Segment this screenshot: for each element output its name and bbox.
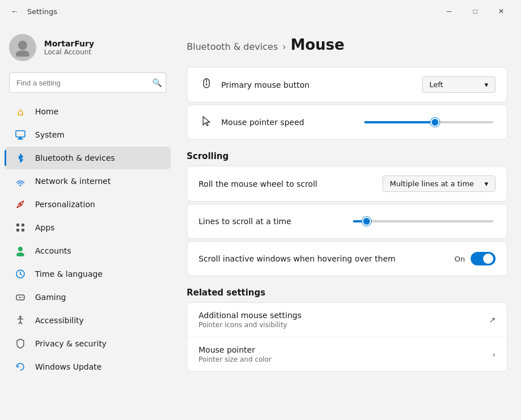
svg-rect-4 — [18, 139, 23, 140]
user-name: MortarFury — [44, 39, 94, 48]
app-container: MortarFury Local Account 🔍 ⌂ Home System — [0, 23, 521, 420]
privacy-icon — [14, 337, 27, 350]
bluetooth-icon — [14, 151, 27, 165]
external-link-icon: ↗ — [489, 315, 496, 324]
sidebar-item-label: Windows Update — [35, 362, 102, 371]
chevron-down-icon: ▾ — [484, 80, 488, 89]
svg-point-21 — [206, 84, 208, 85]
sidebar-item-label: Privacy & security — [35, 339, 106, 348]
apps-icon — [14, 221, 27, 234]
svg-point-11 — [18, 247, 23, 251]
network-icon — [14, 174, 27, 188]
maximize-button[interactable]: □ — [462, 2, 488, 20]
lines-to-scroll-row: Lines to scroll at a time — [187, 204, 507, 238]
pointer-icon — [199, 115, 214, 130]
sidebar-item-gaming[interactable]: Gaming — [5, 286, 171, 308]
lines-to-scroll-card: Lines to scroll at a time — [187, 204, 507, 239]
search-icon[interactable]: 🔍 — [152, 78, 162, 87]
svg-rect-10 — [21, 229, 24, 232]
additional-mouse-settings-subtitle: Pointer icons and visibility — [199, 321, 489, 329]
sidebar-item-personalization[interactable]: Personalization — [5, 193, 171, 216]
home-icon: ⌂ — [14, 105, 27, 118]
system-icon — [14, 128, 27, 142]
toggle-thumb — [483, 254, 493, 264]
toggle-state-label: On — [455, 255, 465, 263]
sidebar-item-bluetooth[interactable]: Bluetooth & devices — [5, 147, 171, 169]
back-button[interactable]: ← — [7, 3, 23, 19]
user-profile[interactable]: MortarFury Local Account — [0, 23, 175, 70]
primary-mouse-button-row: Primary mouse button Left ▾ — [187, 67, 507, 102]
sidebar-item-update[interactable]: Windows Update — [5, 355, 171, 378]
mouse-pointer-title: Mouse pointer — [199, 345, 492, 354]
svg-point-1 — [16, 50, 29, 57]
sidebar-item-label: Accounts — [35, 246, 71, 255]
sidebar-item-label: Personalization — [35, 200, 95, 209]
page-header: Bluetooth & devices › Mouse — [187, 36, 507, 53]
sidebar-item-network[interactable]: Network & internet — [5, 170, 171, 192]
lines-to-scroll-slider[interactable] — [353, 220, 494, 222]
mouse-pointer-text: Mouse pointer Pointer size and color — [199, 345, 492, 363]
breadcrumb[interactable]: Bluetooth & devices — [187, 41, 278, 52]
scroll-inactive-label: Scroll inactive windows when hovering ov… — [199, 254, 448, 263]
chevron-down-icon: ▾ — [484, 179, 488, 188]
scroll-inactive-toggle[interactable] — [471, 252, 496, 265]
accessibility-icon — [14, 314, 27, 327]
avatar — [9, 34, 36, 61]
svg-point-6 — [19, 203, 21, 205]
svg-point-17 — [22, 297, 23, 298]
window-controls: ─ □ ✕ — [436, 2, 514, 20]
related-settings-card: Additional mouse settings Pointer icons … — [187, 302, 507, 372]
sidebar-item-apps[interactable]: Apps — [5, 216, 171, 239]
mouse-pointer-subtitle: Pointer size and color — [199, 355, 492, 363]
pointer-speed-slider[interactable] — [364, 121, 494, 123]
related-settings-heading: Related settings — [187, 278, 507, 302]
app-title: Settings — [27, 7, 436, 16]
svg-rect-3 — [19, 138, 22, 139]
additional-mouse-settings-row[interactable]: Additional mouse settings Pointer icons … — [187, 303, 507, 337]
sidebar-item-label: Accessibility — [35, 316, 84, 325]
slider-thumb[interactable] — [430, 118, 440, 127]
chevron-right-icon: › — [492, 350, 496, 359]
sidebar: MortarFury Local Account 🔍 ⌂ Home System — [0, 23, 175, 420]
breadcrumb-separator: › — [282, 41, 286, 52]
sidebar-item-accounts[interactable]: Accounts — [5, 239, 171, 262]
svg-point-18 — [19, 316, 21, 318]
titlebar: ← Settings ─ □ ✕ — [0, 0, 521, 23]
sidebar-item-time[interactable]: Time & language — [5, 263, 171, 285]
sidebar-item-accessibility[interactable]: Accessibility — [5, 309, 171, 332]
sidebar-nav: ⌂ Home System Bluetooth & devices Netwo — [0, 100, 175, 379]
slider-thumb[interactable] — [362, 217, 371, 226]
scroll-inactive-card: Scroll inactive windows when hovering ov… — [187, 241, 507, 276]
dropdown-value: Multiple lines at a time — [390, 179, 474, 188]
sidebar-item-label: Apps — [35, 223, 55, 232]
minimize-button[interactable]: ─ — [436, 2, 462, 20]
search-input[interactable] — [9, 72, 166, 93]
scroll-inactive-toggle-container: On — [455, 252, 496, 265]
page-title: Mouse — [291, 36, 345, 53]
roll-mouse-wheel-label: Roll the mouse wheel to scroll — [199, 179, 376, 188]
scroll-inactive-row: Scroll inactive windows when hovering ov… — [187, 242, 507, 276]
close-button[interactable]: ✕ — [488, 2, 514, 20]
primary-mouse-button-dropdown[interactable]: Left ▾ — [422, 76, 496, 93]
user-info: MortarFury Local Account — [44, 39, 94, 56]
sidebar-item-label: Bluetooth & devices — [35, 153, 115, 162]
svg-point-5 — [20, 185, 21, 186]
update-icon — [14, 360, 27, 374]
sidebar-item-label: Home — [35, 107, 58, 116]
sidebar-item-privacy[interactable]: Privacy & security — [5, 332, 171, 355]
svg-rect-7 — [16, 224, 19, 226]
svg-point-0 — [18, 41, 27, 50]
roll-mouse-wheel-dropdown[interactable]: Multiple lines at a time ▾ — [382, 175, 496, 192]
sidebar-item-label: System — [35, 130, 64, 139]
dropdown-value: Left — [429, 80, 443, 89]
pointer-speed-row: Mouse pointer speed — [187, 105, 507, 139]
pointer-speed-label: Mouse pointer speed — [221, 118, 355, 127]
mouse-pointer-row[interactable]: Mouse pointer Pointer size and color › — [187, 337, 507, 371]
sidebar-item-label: Network & internet — [35, 177, 111, 186]
sidebar-item-system[interactable]: System — [5, 123, 171, 146]
accounts-icon — [14, 244, 27, 258]
sidebar-item-label: Gaming — [35, 293, 66, 302]
sidebar-item-home[interactable]: ⌂ Home — [5, 100, 171, 123]
sidebar-item-label: Time & language — [35, 269, 102, 278]
additional-mouse-settings-title: Additional mouse settings — [199, 311, 489, 320]
